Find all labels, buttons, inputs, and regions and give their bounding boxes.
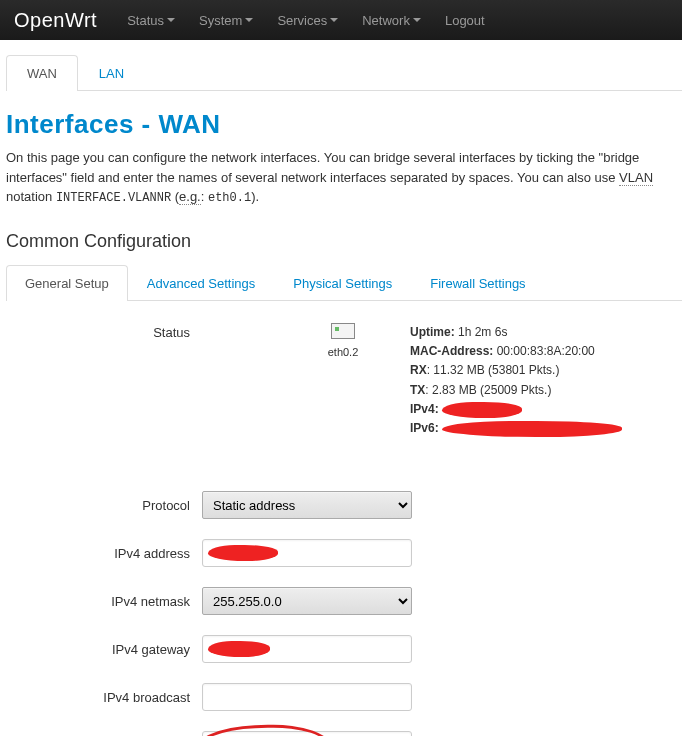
brand[interactable]: OpenWrt <box>14 9 97 32</box>
abbr-vlan: VLAN <box>619 170 653 186</box>
nav-network-label: Network <box>362 13 410 28</box>
ipv4-netmask-label: IPv4 netmask <box>6 594 202 609</box>
tab-firewall-settings[interactable]: Firewall Settings <box>411 265 544 301</box>
interface-tabs: WAN LAN <box>6 54 682 91</box>
tab-physical-settings[interactable]: Physical Settings <box>274 265 411 301</box>
redacted-ipv4-gw <box>208 641 270 657</box>
abbr-eg: e.g. <box>179 189 201 205</box>
protocol-label: Protocol <box>6 498 202 513</box>
nav-logout-label: Logout <box>445 13 485 28</box>
status-details: Uptime: 1h 2m 6s MAC-Address: 00:00:83:8… <box>410 323 622 438</box>
caret-icon <box>330 18 338 22</box>
tab-advanced-settings[interactable]: Advanced Settings <box>128 265 274 301</box>
page-title: Interfaces - WAN <box>6 109 682 140</box>
nav-system-label: System <box>199 13 242 28</box>
section-title: Common Configuration <box>6 231 682 252</box>
nav-status[interactable]: Status <box>117 3 185 38</box>
nav-status-label: Status <box>127 13 164 28</box>
status-label: Status <box>6 323 202 340</box>
nav-logout[interactable]: Logout <box>435 3 495 38</box>
tab-wan[interactable]: WAN <box>6 55 78 91</box>
ipv4-broadcast-input[interactable] <box>202 683 412 711</box>
redacted-ipv6 <box>442 421 622 437</box>
nav-services-label: Services <box>277 13 327 28</box>
top-navbar: OpenWrt Status System Services Network L… <box>0 0 682 40</box>
caret-icon <box>413 18 421 22</box>
nav-system[interactable]: System <box>189 3 263 38</box>
ipv4-netmask-select[interactable]: 255.255.0.0 <box>202 587 412 615</box>
redacted-ipv4-addr <box>208 545 278 561</box>
ipv4-gateway-label: IPv4 gateway <box>6 642 202 657</box>
interface-icon-block: eth0.2 <box>308 323 378 358</box>
caret-icon <box>167 18 175 22</box>
nav-network[interactable]: Network <box>352 3 431 38</box>
tab-general-setup[interactable]: General Setup <box>6 265 128 301</box>
interface-name: eth0.2 <box>308 346 378 358</box>
protocol-select[interactable]: Static address <box>202 491 412 519</box>
caret-icon <box>245 18 253 22</box>
page-description: On this page you can configure the netwo… <box>6 148 682 207</box>
config-tabs: General Setup Advanced Settings Physical… <box>6 264 682 301</box>
ethernet-icon <box>331 323 355 339</box>
redacted-ipv4 <box>442 402 522 418</box>
nav-services[interactable]: Services <box>267 3 348 38</box>
ipv4-broadcast-label: IPv4 broadcast <box>6 690 202 705</box>
tab-lan[interactable]: LAN <box>78 55 145 91</box>
ipv4-address-label: IPv4 address <box>6 546 202 561</box>
dns-input[interactable] <box>202 731 412 736</box>
